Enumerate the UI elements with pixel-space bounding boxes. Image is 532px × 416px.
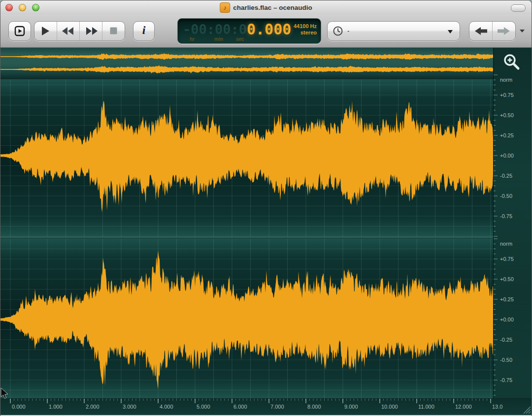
resize-grip[interactable] <box>521 404 532 415</box>
forward-button[interactable] <box>492 22 515 40</box>
audio-file-icon: ♪ <box>220 2 230 13</box>
time-tick-label: 0.000 <box>12 404 26 410</box>
waveform-channel-right[interactable] <box>0 239 493 398</box>
transport-group <box>34 21 125 41</box>
fast-forward-icon <box>85 27 98 35</box>
sample-rate-label: 44100 Hz <box>294 23 317 30</box>
boxed-play-icon <box>14 26 25 36</box>
window-title: charlies.flac – ocenaudio <box>233 4 312 11</box>
time-tick-label: 9.000 <box>344 404 358 410</box>
minimize-button[interactable] <box>19 4 26 11</box>
waveform-left <box>0 79 493 237</box>
toolbar-toggle-capsule[interactable] <box>511 4 526 12</box>
format-readout: 44100 Hz stereo <box>294 23 317 36</box>
marker-combobox[interactable]: - <box>327 21 460 41</box>
time-display-dim-digits: -00:00:0 <box>183 22 247 37</box>
amplitude-tick-label: -0.25 <box>500 173 512 179</box>
amplitude-tick-label: -0.25 <box>500 337 512 343</box>
time-tick-label: 5.000 <box>197 404 210 410</box>
sec-unit-label: sec <box>236 36 244 42</box>
amplitude-tick-label: +0.50 <box>500 112 514 118</box>
zoom-magnifier-icon[interactable] <box>501 52 523 73</box>
time-tick-label: 7.000 <box>270 404 284 410</box>
stop-button[interactable] <box>102 22 125 40</box>
amplitude-tick-label: -0.75 <box>500 377 512 383</box>
stop-icon <box>110 27 117 34</box>
window-title-group: ♪ charlies.flac – ocenaudio <box>220 2 312 13</box>
info-icon: i <box>142 24 146 37</box>
toolbar: i -00:00:0 0.000 hr min sec 44100 Hz ste… <box>0 14 532 48</box>
clock-icon <box>332 26 343 36</box>
waveform-editor: norm+0.75+0.50+0.25+0.00-0.25-0.50-0.75n… <box>0 48 532 416</box>
forward-arrow-icon <box>497 26 511 36</box>
time-tick-label: 10.000 <box>381 404 398 410</box>
amplitude-tick-label: +0.50 <box>500 276 514 282</box>
play-button[interactable] <box>34 22 57 40</box>
time-ruler-ticks <box>0 399 532 416</box>
app-window: ♪ charlies.flac – ocenaudio <box>0 0 532 416</box>
amplitude-ticks <box>494 48 532 398</box>
toolbar-overflow-caret[interactable] <box>520 30 525 32</box>
combobox-caret-icon <box>448 30 453 33</box>
amplitude-tick-label: -0.50 <box>500 357 512 363</box>
amplitude-tick-label: -0.50 <box>500 193 512 199</box>
amplitude-tick-label: -0.75 <box>500 213 512 219</box>
waveform-right <box>0 239 493 398</box>
history-nav-group <box>469 21 516 41</box>
rewind-button[interactable] <box>57 22 79 40</box>
zoom-button[interactable] <box>32 4 39 11</box>
time-tick-label: 13.0 <box>492 404 502 410</box>
time-tick-label: 3.000 <box>123 404 136 410</box>
amplitude-tick-label: +0.25 <box>500 296 514 302</box>
norm-label: norm <box>500 77 512 83</box>
amplitude-tick-label: +0.75 <box>500 92 514 98</box>
overview-waveforms <box>0 48 493 79</box>
amplitude-tick-label: +0.00 <box>500 153 514 159</box>
time-ruler[interactable]: 0.0001.0002.0003.0004.0005.0006.0007.000… <box>0 398 532 416</box>
time-tick-label: 2.000 <box>86 404 100 410</box>
amplitude-ruler[interactable]: norm+0.75+0.50+0.25+0.00-0.25-0.50-0.75n… <box>493 48 532 398</box>
time-tick-label: 1.000 <box>49 404 63 410</box>
norm-label: norm <box>500 241 512 247</box>
amplitude-tick-label: +0.75 <box>500 256 514 262</box>
time-tick-label: 6.000 <box>233 404 247 410</box>
time-tick-label: 4.000 <box>160 404 173 410</box>
time-display-seconds: 0.000 <box>247 21 291 38</box>
amplitude-tick-label: +0.00 <box>500 317 514 322</box>
time-tick-label: 8.000 <box>307 404 321 410</box>
overview-strip[interactable] <box>0 48 493 79</box>
amplitude-tick-label: +0.25 <box>500 132 514 138</box>
time-tick-label: 11.000 <box>418 404 434 410</box>
back-button[interactable] <box>469 22 492 40</box>
play-icon <box>41 26 50 36</box>
fast-forward-button[interactable] <box>79 22 102 40</box>
time-tick-label: 12.000 <box>455 404 472 410</box>
play-view-button[interactable] <box>8 21 31 41</box>
waveform-channel-left[interactable] <box>0 79 493 237</box>
title-bar[interactable]: ♪ charlies.flac – ocenaudio <box>0 0 532 14</box>
marker-combobox-value: - <box>347 27 349 34</box>
hr-unit-label: hr <box>190 36 195 42</box>
close-button[interactable] <box>5 4 13 11</box>
channel-mode-label: stereo <box>294 30 317 36</box>
traffic-lights <box>5 4 39 11</box>
back-arrow-icon <box>473 26 488 36</box>
min-unit-label: min <box>214 36 223 42</box>
rewind-icon <box>62 27 75 35</box>
time-display[interactable]: -00:00:0 0.000 hr min sec 44100 Hz stere… <box>177 18 321 44</box>
info-button[interactable]: i <box>133 21 155 41</box>
